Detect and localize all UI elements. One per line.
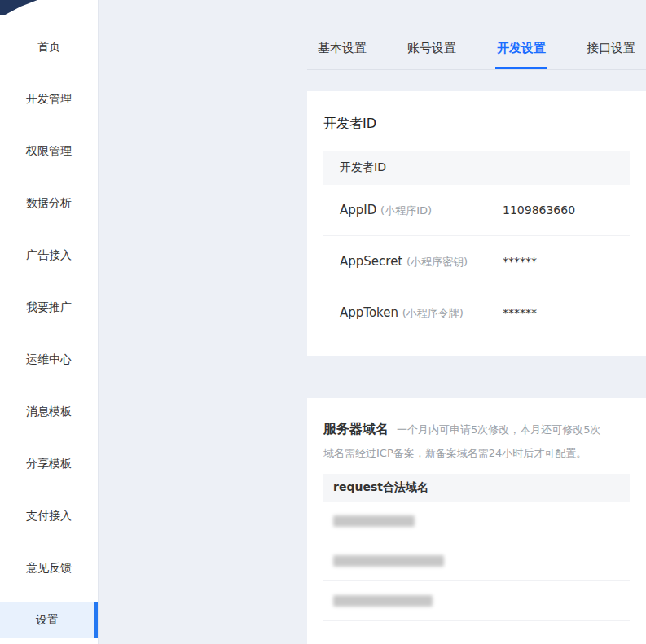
sidebar: 首页 开发管理 权限管理 数据分析 广告接入 我要推广 运维中心 消息模板 分享… — [0, 0, 99, 644]
redacted-domain-value — [333, 555, 444, 567]
server-domain-card: 服务器域名 一个月内可申请5次修改，本月还可修改5次 域名需经过ICP备案，新备… — [307, 398, 646, 644]
redacted-domain-value — [333, 515, 415, 527]
domain-row — [323, 502, 630, 541]
apptoken-label-note: (小程序令牌) — [402, 307, 464, 319]
sidebar-item-feedback[interactable]: 意见反馈 — [0, 542, 98, 594]
apptoken-label-text: AppToken — [340, 305, 398, 320]
tab-basic-settings[interactable]: 基本设置 — [316, 30, 368, 69]
developer-id-table: 开发者ID AppID (小程序ID) 1109863660 AppSecret… — [323, 151, 630, 338]
server-domain-note: 域名需经过ICP备案，新备案域名需24小时后才可配置。 — [307, 438, 646, 474]
server-domain-subtitle: 一个月内可申请5次修改，本月还可修改5次 — [397, 423, 601, 437]
sidebar-item-permission-management[interactable]: 权限管理 — [0, 125, 98, 177]
appsecret-label: AppSecret (小程序密钥) — [340, 254, 503, 269]
apptoken-label: AppToken (小程序令牌) — [340, 305, 503, 321]
appid-label: AppID (小程序ID) — [340, 203, 503, 218]
table-row-appsecret: AppSecret (小程序密钥) ****** — [323, 236, 630, 287]
appid-label-text: AppID — [340, 203, 376, 217]
apptoken-value: ****** — [503, 306, 537, 319]
sidebar-item-data-analysis[interactable]: 数据分析 — [0, 177, 98, 230]
sidebar-item-payment-integration[interactable]: 支付接入 — [0, 490, 98, 542]
sidebar-item-home[interactable]: 首页 — [0, 21, 98, 73]
sidebar-item-promotion[interactable]: 我要推广 — [0, 282, 98, 334]
server-domain-title: 服务器域名 — [323, 421, 389, 438]
developer-id-table-header: 开发者ID — [323, 151, 630, 185]
appid-label-note: (小程序ID) — [380, 204, 432, 217]
tab-account-settings[interactable]: 账号设置 — [406, 30, 458, 69]
appid-value: 1109863660 — [503, 204, 575, 217]
sidebar-item-settings[interactable]: 设置 — [0, 602, 98, 638]
request-domain-table-header: request合法域名 — [323, 474, 630, 502]
developer-id-card: 开发者ID 开发者ID AppID (小程序ID) 1109863660 App… — [307, 91, 646, 356]
redacted-domain-value — [333, 595, 433, 607]
sidebar-item-dev-management[interactable]: 开发管理 — [0, 73, 98, 125]
settings-tabbar: 基本设置 账号设置 开发设置 接口设置 — [307, 29, 646, 70]
developer-id-card-title: 开发者ID — [307, 91, 646, 151]
sidebar-menu: 首页 开发管理 权限管理 数据分析 广告接入 我要推广 运维中心 消息模板 分享… — [0, 21, 98, 644]
appsecret-label-note: (小程序密钥) — [406, 256, 468, 268]
app-logo-icon — [0, 0, 37, 15]
appsecret-label-text: AppSecret — [340, 254, 402, 269]
sidebar-item-message-template[interactable]: 消息模板 — [0, 386, 98, 438]
appsecret-value: ****** — [503, 255, 537, 268]
sidebar-item-share-template[interactable]: 分享模板 — [0, 438, 98, 490]
domain-row — [323, 581, 630, 621]
server-domain-card-head: 服务器域名 一个月内可申请5次修改，本月还可修改5次 — [307, 398, 646, 438]
sidebar-item-ad-integration[interactable]: 广告接入 — [0, 230, 98, 282]
sidebar-item-ops-center[interactable]: 运维中心 — [0, 334, 98, 386]
table-row-apptoken: AppToken (小程序令牌) ****** — [323, 287, 630, 338]
tab-dev-settings[interactable]: 开发设置 — [495, 30, 547, 69]
table-row-appid: AppID (小程序ID) 1109863660 — [323, 185, 630, 236]
tab-api-settings[interactable]: 接口设置 — [585, 30, 637, 69]
domain-row — [323, 541, 630, 581]
